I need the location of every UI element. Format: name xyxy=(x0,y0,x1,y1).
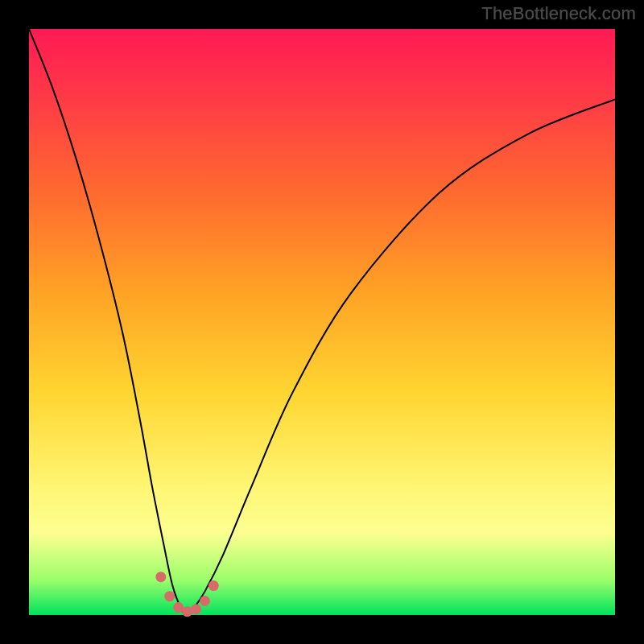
chart-frame: TheBottleneck.com xyxy=(0,0,644,644)
curve-line xyxy=(29,29,615,615)
marker-dot xyxy=(191,604,201,614)
plot-area xyxy=(29,29,615,615)
marker-dot xyxy=(200,596,210,606)
marker-dot xyxy=(208,580,219,591)
curve-markers xyxy=(155,572,219,617)
marker-dot xyxy=(155,572,166,582)
bottleneck-curve xyxy=(29,29,615,615)
marker-dot xyxy=(182,606,192,617)
marker-dot xyxy=(164,591,175,601)
watermark-text: TheBottleneck.com xyxy=(481,3,636,24)
